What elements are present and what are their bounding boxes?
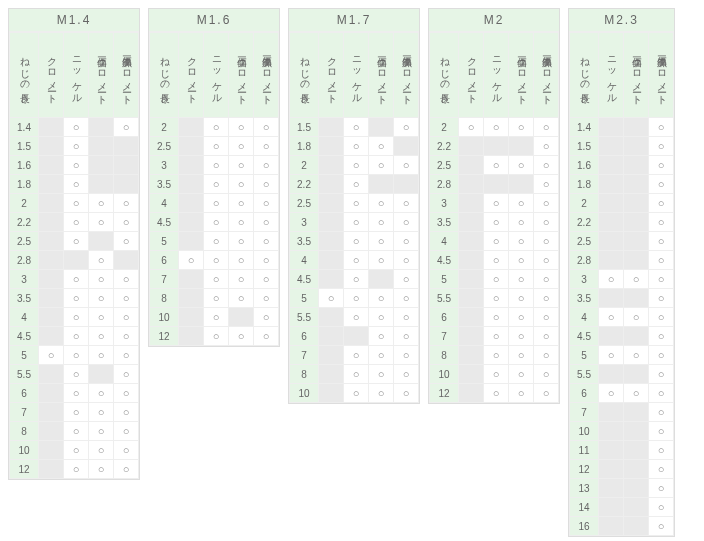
table-row: 13○: [570, 479, 674, 498]
availability-cell: [599, 251, 624, 270]
col-header: ニッケル: [599, 33, 624, 118]
length-label: 10: [150, 308, 179, 327]
availability-cell: ○: [484, 270, 509, 289]
col-header: クロメート: [39, 33, 64, 118]
availability-cell: [319, 346, 344, 365]
length-label: 14: [570, 498, 599, 517]
availability-cell: ○: [534, 251, 559, 270]
length-label: 7: [290, 346, 319, 365]
availability-cell: ○: [649, 156, 674, 175]
length-label: 5.5: [570, 365, 599, 384]
availability-cell: ○: [254, 156, 279, 175]
availability-cell: ○: [89, 213, 114, 232]
availability-cell: [624, 232, 649, 251]
length-label: 4: [10, 308, 39, 327]
length-label: 5.5: [290, 308, 319, 327]
availability-cell: ○: [64, 232, 89, 251]
availability-cell: ○: [599, 270, 624, 289]
availability-cell: ○: [229, 232, 254, 251]
length-label: 2.5: [290, 194, 319, 213]
table-row: 10○○: [150, 308, 279, 327]
availability-cell: ○: [204, 118, 229, 137]
availability-cell: ○: [344, 270, 369, 289]
availability-table: ねじの長さニッケル三価クロメート三価黒クロメート1.4○1.5○1.6○1.8○…: [569, 32, 674, 536]
table-row: 4.5○○: [290, 270, 419, 289]
table-row: 2.5○○○: [290, 194, 419, 213]
table-row: 3.5○○○: [10, 289, 139, 308]
availability-cell: ○: [89, 270, 114, 289]
availability-cell: [319, 213, 344, 232]
table-row: 5.5○○: [10, 365, 139, 384]
table-row: 4○○○: [150, 194, 279, 213]
availability-cell: ○: [89, 194, 114, 213]
availability-cell: ○: [254, 251, 279, 270]
availability-cell: ○: [459, 118, 484, 137]
table-row: 7○: [570, 403, 674, 422]
availability-cell: ○: [39, 346, 64, 365]
availability-cell: ○: [89, 460, 114, 479]
availability-cell: [179, 156, 204, 175]
table-row: 5.5○○○: [430, 289, 559, 308]
availability-cell: ○: [344, 137, 369, 156]
availability-cell: ○: [64, 137, 89, 156]
availability-cell: ○: [114, 270, 139, 289]
availability-cell: ○: [369, 156, 394, 175]
availability-cell: ○: [484, 118, 509, 137]
availability-cell: [599, 441, 624, 460]
availability-cell: [114, 251, 139, 270]
availability-cell: ○: [254, 175, 279, 194]
availability-cell: [369, 270, 394, 289]
availability-cell: ○: [394, 270, 419, 289]
availability-cell: ○: [649, 441, 674, 460]
length-label: 8: [150, 289, 179, 308]
length-label: 2: [290, 156, 319, 175]
length-label: 6: [570, 384, 599, 403]
availability-cell: ○: [484, 384, 509, 403]
table-row: 8○○○: [290, 365, 419, 384]
availability-cell: ○: [114, 460, 139, 479]
availability-cell: ○: [89, 441, 114, 460]
availability-cell: [369, 118, 394, 137]
availability-cell: [459, 308, 484, 327]
length-label: 6: [430, 308, 459, 327]
col-header: 三価クロメート: [369, 33, 394, 118]
availability-cell: ○: [89, 251, 114, 270]
availability-cell: [179, 118, 204, 137]
availability-cell: [39, 118, 64, 137]
table-row: 4.5○: [570, 327, 674, 346]
col-header: クロメート: [459, 33, 484, 118]
availability-cell: [39, 213, 64, 232]
availability-cell: [624, 137, 649, 156]
length-label: 5.5: [430, 289, 459, 308]
length-label: 11: [570, 441, 599, 460]
availability-cell: ○: [229, 327, 254, 346]
availability-cell: ○: [179, 251, 204, 270]
table-title: M1.6: [149, 9, 279, 32]
table-row: 12○○○: [150, 327, 279, 346]
availability-cell: [624, 422, 649, 441]
availability-cell: [459, 156, 484, 175]
availability-cell: ○: [344, 346, 369, 365]
availability-cell: ○: [114, 403, 139, 422]
table-row: 5○○○: [150, 232, 279, 251]
availability-cell: ○: [394, 346, 419, 365]
length-label: 2.2: [570, 213, 599, 232]
table-row: 5.5○: [570, 365, 674, 384]
availability-cell: ○: [624, 384, 649, 403]
availability-cell: [319, 251, 344, 270]
length-label: 4: [570, 308, 599, 327]
availability-cell: ○: [394, 365, 419, 384]
length-label: 4: [290, 251, 319, 270]
availability-cell: [599, 232, 624, 251]
col-header: ニッケル: [64, 33, 89, 118]
length-label: 2.2: [10, 213, 39, 232]
availability-cell: [39, 308, 64, 327]
availability-cell: ○: [649, 498, 674, 517]
availability-cell: ○: [649, 308, 674, 327]
length-label: 1.4: [570, 118, 599, 137]
table-block: M2ねじの長さクロメートニッケル三価クロメート三価黒クロメート2○○○○2.2○…: [428, 8, 560, 404]
table-row: 5○○○: [570, 346, 674, 365]
row-header-label: ねじの長さ: [430, 33, 459, 118]
length-label: 2.2: [430, 137, 459, 156]
length-label: 2.2: [290, 175, 319, 194]
